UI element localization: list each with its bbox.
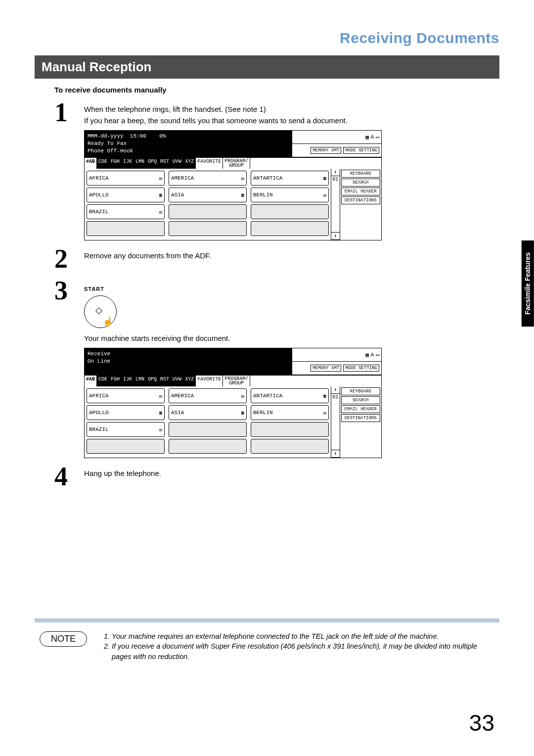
lcd-panel-1: MMM-dd-yyyy 15:00 0% Ready To Fax Phone … [84,130,382,240]
note-item: If you receive a document with Super Fin… [112,641,494,662]
dest-cell[interactable]: AMERICA✉ [169,388,247,403]
mail-icon: ✉ [159,209,162,215]
search-button[interactable]: SEARCH [341,179,380,187]
tab[interactable]: CDE [97,376,109,386]
step-2: 2 Remove any documents from the ADF. [54,245,499,272]
tab[interactable]: UVW [171,158,183,169]
page-counter: 01 [331,394,340,450]
step-text: Hang up the telephone. [84,463,499,479]
step-1: 1 When the telephone rings, lift the han… [54,99,499,126]
keyboard-button[interactable]: KEYBOARD [341,170,380,178]
mail-icon: ✉ [323,192,326,198]
phone-icon: ☎ [323,393,326,399]
start-button[interactable]: ☝ [84,295,117,328]
dest-cell[interactable]: ASIA☎ [169,188,247,202]
tab[interactable]: FGH [109,376,122,386]
dest-cell-empty[interactable] [87,439,165,454]
dest-cell-empty[interactable] [251,439,329,454]
tab-favorite[interactable]: FAVORITE [196,376,223,386]
hand-icon: ☝ [102,315,113,329]
scroll-up-icon[interactable]: ⬆ [331,169,340,176]
dest-cell[interactable]: APOLLO☎ [87,188,165,202]
step-number: 2 [54,245,84,272]
step-text: Remove any documents from the ADF. [84,245,499,262]
search-button[interactable]: SEARCH [341,396,380,404]
phone-icon: ☎ [241,410,244,416]
tab[interactable]: IJK [122,158,134,169]
dest-cell-empty[interactable] [87,221,165,236]
tab[interactable]: OPQ [146,376,159,386]
destinations-button[interactable]: DESTINATIONS [341,414,380,422]
tab[interactable]: FGH [109,158,122,169]
divider-bar [35,618,499,622]
dest-cell[interactable]: BRAZIL✉ [87,204,165,219]
dest-cell[interactable]: ASIA☎ [169,405,247,420]
tab-program-group[interactable]: PROGRAM/ GROUP [223,158,250,169]
destinations-button[interactable]: DESTINATIONS [341,196,380,204]
alpha-tabs: #AB CDE FGH IJK LMN OPQ RST UVW XYZ FAVO… [85,375,381,386]
step-number: 1 [54,99,84,126]
email-header-button[interactable]: EMAIL HEADER [341,188,380,195]
grid-icon: ▦ [365,134,369,141]
status-area: MMM-dd-yyyy 15:00 0% Ready To Fax Phone … [85,131,292,157]
section-title: Manual Reception [35,55,499,79]
dest-cell[interactable]: ANTARTICA☎ [251,388,329,403]
tab[interactable]: OPQ [146,158,159,169]
dest-cell-empty[interactable] [169,422,247,437]
scroll-down-icon[interactable]: ⬇ [331,233,340,240]
chapter-title: Receiving Documents [35,30,499,47]
step-text: Your machine starts receiving the docume… [84,333,499,344]
tab-program-group[interactable]: PROGRAM/ GROUP [223,376,250,386]
scroll-down-icon[interactable]: ⬇ [331,450,340,458]
step-number: 4 [54,463,84,490]
a-icon: A [371,352,374,358]
mode-setting-button[interactable]: MODE SETTING [343,365,379,372]
dest-cell-empty[interactable] [169,439,247,454]
dest-cell[interactable]: BERLIN✉ [251,188,329,202]
mail-icon: ✉ [241,175,244,182]
mail-icon: ✉ [159,175,162,182]
step-text: When the telephone rings, lift the hands… [84,99,499,126]
tab[interactable]: IJK [122,376,134,386]
tab-favorite[interactable]: FAVORITE [196,158,223,169]
note-list: Your machine requires an external teleph… [102,631,494,662]
dest-cell[interactable]: ANTARTICA☎ [251,171,329,186]
tab[interactable]: XYZ [183,376,196,386]
dest-cell[interactable]: AMERICA✉ [169,171,247,186]
dest-cell-empty[interactable] [251,204,329,219]
slider-icon: ⟷ [376,352,379,358]
tab-ab[interactable]: #AB [85,158,97,169]
tab[interactable]: LMN [134,376,146,386]
dest-cell-empty[interactable] [169,204,247,219]
email-header-button[interactable]: EMAIL HEADER [341,405,380,413]
memory-xmt-button[interactable]: MEMORY XMT [311,147,341,154]
dest-cell-empty[interactable] [251,221,329,236]
dest-cell[interactable]: AFRICA✉ [87,388,165,403]
tab[interactable]: UVW [171,376,183,386]
tab[interactable]: RST [159,158,171,169]
scroll-up-icon[interactable]: ⬆ [331,386,340,394]
tab-ab[interactable]: #AB [85,376,97,386]
note-label: NOTE [40,631,87,647]
tab[interactable]: XYZ [183,158,196,169]
status-area: Receive On Line [85,348,292,375]
dest-cell-empty[interactable] [169,221,247,236]
alpha-tabs: #AB CDE FGH IJK LMN OPQ RST UVW XYZ FAVO… [85,157,381,169]
dest-cell[interactable]: BRAZIL✉ [87,422,165,437]
step-4: 4 Hang up the telephone. [54,463,499,490]
dest-cell[interactable]: AFRICA✉ [87,171,165,186]
keyboard-button[interactable]: KEYBOARD [341,387,380,395]
tab[interactable]: RST [159,376,171,386]
dest-cell-empty[interactable] [251,422,329,437]
mode-setting-button[interactable]: MODE SETTING [343,147,379,154]
tab[interactable]: CDE [97,158,109,169]
step-3: 3 START ☝ Your machine starts receiving … [54,277,499,344]
memory-xmt-button[interactable]: MEMORY XMT [311,365,341,372]
note-item: Your machine requires an external teleph… [112,631,494,641]
step-number: 3 [54,277,84,304]
dest-cell[interactable]: BERLIN✉ [251,405,329,420]
tab[interactable]: LMN [134,158,146,169]
mail-icon: ✉ [159,426,162,433]
dest-cell[interactable]: APOLLO☎ [87,405,165,420]
a-icon: A [371,134,374,140]
